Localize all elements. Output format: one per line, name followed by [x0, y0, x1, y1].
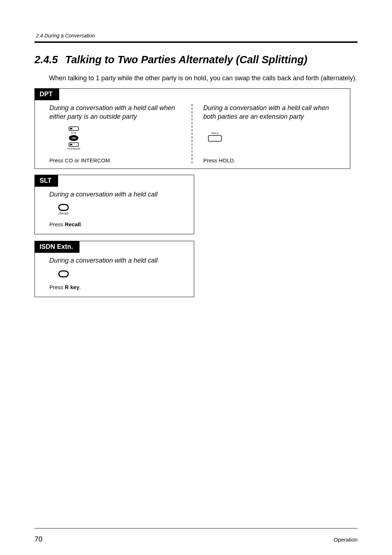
section-heading: 2.4.5 Talking to Two Parties Alternately…	[34, 54, 358, 66]
slt-tab: SLT	[34, 175, 58, 187]
svg-rect-1	[70, 128, 72, 129]
isdn-instr-prefix: Press	[49, 284, 65, 290]
dpt-left-instruction: Press CO or INTERCOM.	[49, 157, 188, 163]
slt-scenario: During a conversation with a held call	[49, 190, 194, 199]
svg-rect-6	[59, 204, 68, 210]
slt-instruction: Press Recall.	[49, 221, 194, 227]
dpt-right-scenario: During a conversation with a held call w…	[203, 104, 339, 121]
dpt-right-column: During a conversation with a held call w…	[192, 104, 350, 163]
section-intro: When talking to 1 party while the other …	[49, 74, 358, 82]
co-label: (CO)	[71, 131, 76, 134]
document-page: 2.4 During a Conversation 2.4.5 Talking …	[0, 0, 392, 555]
co-or-intercom-icon: (CO) OR INTERCOM	[64, 126, 188, 152]
or-label: OR	[72, 137, 76, 140]
dpt-tab: DPT	[34, 88, 59, 100]
page-number: 70	[34, 535, 42, 543]
slt-instr-bold: Recall	[65, 221, 81, 227]
top-rule	[34, 41, 358, 43]
dpt-right-instruction: Press HOLD.	[203, 157, 339, 163]
isdn-instr-suffix: .	[79, 284, 81, 290]
svg-rect-7	[59, 271, 68, 277]
isdn-tab: ISDN Extn.	[34, 241, 79, 253]
svg-rect-5	[208, 135, 221, 141]
intercom-label: INTERCOM	[68, 147, 80, 150]
isdn-instr-bold: R key	[65, 284, 79, 290]
hold-label: HOLD	[211, 132, 218, 134]
slt-instr-suffix: .	[81, 221, 82, 227]
hold-icon: HOLD	[207, 131, 339, 145]
running-head: 2.4 During a Conversation	[36, 33, 358, 39]
recall-label: (Recall)	[58, 212, 69, 215]
isdn-scenario: During a conversation with a held call	[49, 256, 194, 265]
slt-instr-prefix: Press	[49, 221, 65, 227]
slt-box: SLT During a conversation with a held ca…	[34, 175, 194, 234]
footer-rule	[34, 528, 358, 528]
footer-label: Operation	[334, 536, 358, 543]
dpt-box: DPT During a conversation with a held ca…	[34, 88, 350, 169]
svg-rect-4	[70, 144, 72, 145]
section-number: 2.4.5	[34, 54, 58, 66]
dpt-left-scenario: During a conversation with a held call w…	[49, 104, 188, 121]
isdn-box: ISDN Extn. During a conversation with a …	[34, 241, 194, 297]
r-key-icon	[57, 270, 194, 280]
recall-icon: (Recall)	[57, 203, 194, 218]
isdn-instruction: Press R key.	[49, 284, 194, 290]
dpt-left-column: During a conversation with a held call w…	[35, 104, 192, 163]
section-title-text: Talking to Two Parties Alternately (Call…	[65, 54, 307, 66]
dpt-columns: During a conversation with a held call w…	[35, 100, 350, 163]
